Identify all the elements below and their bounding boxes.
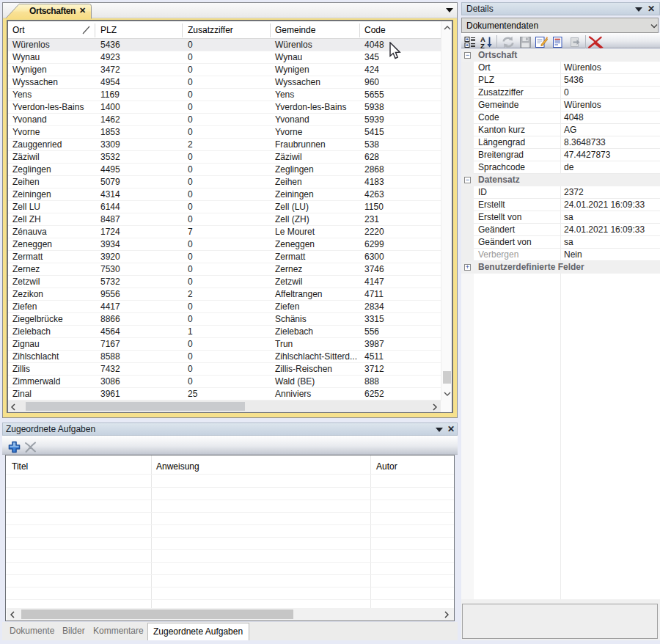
svg-text:Z: Z	[480, 42, 485, 49]
